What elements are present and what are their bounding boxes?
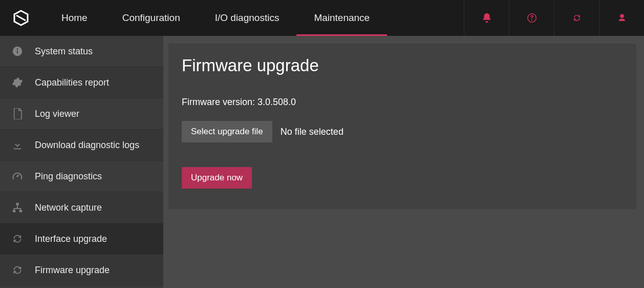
sidebar-item-label: Download diagnostic logs bbox=[35, 140, 139, 151]
refresh-icon bbox=[572, 13, 582, 23]
download-icon bbox=[10, 139, 25, 151]
sidebar-item-label: System status bbox=[35, 46, 93, 57]
select-file-row: Select upgrade file No file selected bbox=[182, 121, 623, 142]
sidebar-item-label: Network capture bbox=[35, 202, 102, 213]
refresh-button[interactable] bbox=[554, 0, 599, 36]
sidebar-item-network-capture[interactable]: Network capture bbox=[0, 192, 163, 223]
nav-configuration[interactable]: Configuration bbox=[105, 0, 198, 36]
user-icon bbox=[617, 13, 627, 23]
svg-point-6 bbox=[17, 48, 18, 50]
svg-point-3 bbox=[531, 19, 532, 20]
page-title: Firmware upgrade bbox=[182, 56, 623, 75]
question-icon bbox=[527, 13, 536, 23]
sidebar-item-label: Firmware upgrade bbox=[35, 265, 110, 276]
svg-rect-5 bbox=[17, 50, 18, 53]
firmware-upgrade-panel: Firmware upgrade Firmware version: 3.0.5… bbox=[168, 44, 636, 209]
alerts-button[interactable] bbox=[464, 0, 509, 36]
sidebar-item-interface-upgrade[interactable]: Interface upgrade bbox=[0, 223, 163, 255]
primary-nav: Home Configuration I/O diagnostics Maint… bbox=[42, 0, 464, 36]
file-icon bbox=[10, 108, 25, 119]
sidebar-item-label: Interface upgrade bbox=[35, 234, 107, 244]
bell-icon bbox=[481, 12, 492, 24]
svg-rect-7 bbox=[16, 203, 19, 205]
logo-icon bbox=[13, 10, 29, 26]
logo[interactable] bbox=[0, 0, 42, 36]
info-icon bbox=[10, 46, 25, 57]
svg-rect-8 bbox=[13, 210, 16, 213]
sidebar-item-ping-diagnostics[interactable]: Ping diagnostics bbox=[0, 161, 163, 192]
nav-home[interactable]: Home bbox=[42, 0, 105, 36]
svg-rect-9 bbox=[19, 210, 22, 213]
firmware-version-row: Firmware version: 3.0.508.0 bbox=[182, 97, 623, 108]
sidebar-item-log-viewer[interactable]: Log viewer bbox=[0, 98, 163, 130]
sidebar-item-firmware-upgrade[interactable]: Firmware upgrade bbox=[0, 255, 163, 286]
network-icon bbox=[10, 202, 25, 213]
refresh-icon bbox=[10, 233, 25, 244]
user-button[interactable] bbox=[599, 0, 644, 36]
top-bar: Home Configuration I/O diagnostics Maint… bbox=[0, 0, 644, 36]
nav-io-diagnostics[interactable]: I/O diagnostics bbox=[198, 0, 297, 36]
help-button[interactable] bbox=[509, 0, 554, 36]
nav-label: I/O diagnostics bbox=[215, 12, 280, 24]
nav-label: Configuration bbox=[122, 12, 180, 24]
firmware-version-label: Firmware version: bbox=[182, 97, 255, 107]
button-label: Select upgrade file bbox=[191, 127, 263, 137]
button-label: Upgrade now bbox=[191, 173, 243, 183]
svg-line-1 bbox=[16, 15, 26, 20]
refresh-icon bbox=[10, 264, 25, 276]
sidebar-item-label: Capabilities report bbox=[35, 77, 109, 88]
no-file-selected-text: No file selected bbox=[281, 127, 344, 137]
sidebar: System status Capabilities report Log vi… bbox=[0, 36, 163, 288]
nav-label: Maintenance bbox=[314, 12, 370, 24]
nav-label: Home bbox=[61, 12, 88, 24]
gear-icon bbox=[10, 77, 25, 88]
upgrade-now-button[interactable]: Upgrade now bbox=[182, 167, 252, 189]
sidebar-item-label: Log viewer bbox=[35, 109, 79, 119]
nav-maintenance[interactable]: Maintenance bbox=[296, 0, 387, 36]
firmware-version-value: 3.0.508.0 bbox=[257, 97, 296, 107]
sidebar-item-system-status[interactable]: System status bbox=[0, 36, 163, 67]
sidebar-item-capabilities-report[interactable]: Capabilities report bbox=[0, 67, 163, 98]
main-content: Firmware upgrade Firmware version: 3.0.5… bbox=[163, 36, 644, 288]
body: System status Capabilities report Log vi… bbox=[0, 36, 644, 288]
sidebar-item-label: Ping diagnostics bbox=[35, 171, 102, 182]
topbar-right bbox=[464, 0, 644, 36]
select-upgrade-file-button[interactable]: Select upgrade file bbox=[182, 121, 272, 142]
gauge-icon bbox=[10, 171, 25, 182]
sidebar-item-download-diagnostic-logs[interactable]: Download diagnostic logs bbox=[0, 130, 163, 161]
